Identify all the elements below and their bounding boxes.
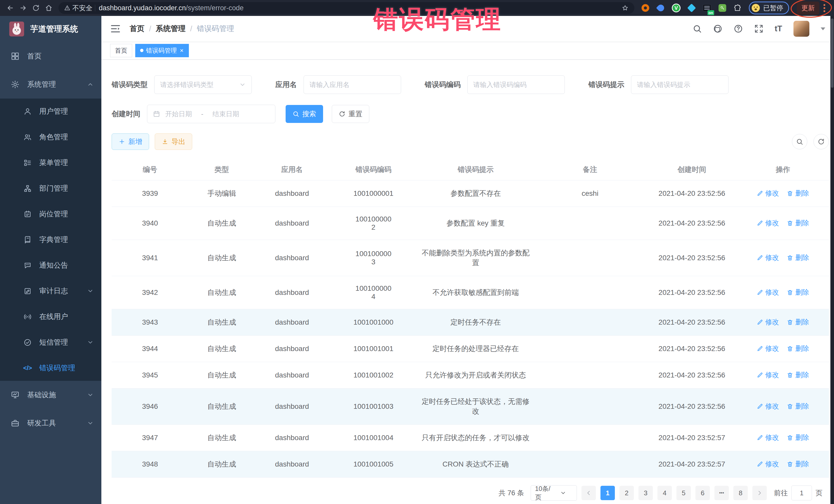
sidebar-item-label: 错误码管理 (39, 363, 75, 373)
extension-drop-icon[interactable] (656, 3, 666, 13)
scrollbar-thumb[interactable] (831, 19, 833, 88)
tag-home[interactable]: 首页 (110, 44, 132, 57)
sidebar-item[interactable]: 角色管理 (0, 124, 101, 150)
cell-hint: CRON 表达式不正确 (418, 451, 533, 478)
edit-link[interactable]: 修改 (757, 433, 779, 442)
font-size-icon[interactable]: tT (775, 24, 782, 34)
warning-icon[interactable] (63, 3, 72, 13)
sidebar-item[interactable]: 部门管理 (0, 176, 101, 201)
edit-link[interactable]: 修改 (757, 459, 779, 468)
delete-link[interactable]: 删除 (787, 344, 809, 353)
page-button[interactable]: 2 (619, 486, 634, 500)
table-row: 3939手动编辑dashboard1001000001参数配置不存在ceshi2… (112, 180, 829, 207)
sidebar-item[interactable]: 研发工具 (0, 409, 101, 437)
delete-link[interactable]: 删除 (787, 253, 809, 262)
sidebar-item[interactable]: 用户管理 (0, 98, 101, 124)
pager-ellipsis[interactable]: ••• (715, 486, 729, 500)
browser-back-icon[interactable] (5, 2, 16, 14)
delete-link[interactable]: 删除 (787, 433, 809, 442)
edit-link[interactable]: 修改 (757, 288, 779, 297)
page-button[interactable]: 8 (733, 486, 748, 500)
extension-orange-icon[interactable] (640, 3, 651, 13)
next-page-button[interactable] (752, 486, 767, 500)
edit-link[interactable]: 修改 (757, 401, 779, 411)
app-logo[interactable]: 芋道管理系统 (0, 16, 101, 42)
edit-link[interactable]: 修改 (757, 344, 779, 353)
sidebar-item[interactable]: 短信管理 (0, 329, 101, 355)
search-button[interactable]: 搜索 (286, 105, 323, 123)
delete-link[interactable]: 删除 (787, 370, 809, 379)
bookmark-star-icon[interactable] (620, 3, 630, 13)
error-hint-input[interactable] (631, 75, 728, 94)
page-size-select[interactable]: 10条/页 (531, 485, 577, 501)
goto-page-input[interactable] (791, 485, 812, 500)
sidebar-item[interactable]: 基础设施 (0, 381, 101, 409)
breadcrumb-home[interactable]: 首页 (130, 24, 145, 34)
sidebar-item[interactable]: 通知公告 (0, 253, 101, 278)
app-name-input[interactable] (304, 75, 401, 94)
goto-unit: 页 (815, 488, 822, 498)
browser-forward-icon[interactable] (18, 2, 29, 14)
toggle-search-button[interactable] (792, 134, 807, 149)
edit-link[interactable]: 修改 (757, 218, 779, 227)
extension-puzzle-icon[interactable] (733, 3, 743, 13)
page-button[interactable]: 5 (676, 486, 691, 500)
browser-profile-chip[interactable]: 已暂停 (749, 2, 789, 14)
cell-type: 自动生成 (188, 207, 255, 240)
sidebar-item[interactable]: 字典管理 (0, 227, 101, 253)
export-button[interactable]: 导出 (155, 133, 192, 150)
delete-link[interactable]: 删除 (787, 401, 809, 411)
prev-page-button[interactable] (581, 486, 596, 500)
edit-link[interactable]: 修改 (757, 317, 779, 327)
delete-link[interactable]: 删除 (787, 288, 809, 297)
sidebar-item[interactable]: 系统管理 (0, 70, 101, 98)
page-button[interactable]: 6 (696, 486, 710, 500)
address-bar[interactable]: 不安全 dashboard.yudao.iocoder.cn/system/er… (59, 2, 634, 14)
sidebar-item[interactable]: </>错误码管理 (0, 355, 101, 381)
fullscreen-icon[interactable] (754, 24, 764, 34)
help-icon[interactable] (734, 24, 743, 34)
delete-link[interactable]: 删除 (787, 459, 809, 468)
sidebar-item[interactable]: 首页 (0, 42, 101, 70)
edit-link[interactable]: 修改 (757, 253, 779, 262)
date-range-picker[interactable]: 开始日期 - 结束日期 (147, 105, 275, 123)
extension-key-icon[interactable] (717, 3, 727, 13)
extension-list-icon[interactable]: on (702, 3, 712, 13)
avatar[interactable] (793, 21, 809, 37)
hamburger-icon[interactable] (110, 23, 121, 34)
trash-icon (787, 461, 793, 467)
sidebar-item-label: 首页 (27, 51, 42, 61)
error-code-input[interactable] (467, 75, 565, 94)
edit-link[interactable]: 修改 (757, 370, 779, 379)
close-icon[interactable]: × (179, 47, 184, 54)
edit-link[interactable]: 修改 (757, 189, 779, 198)
tags-view: 首页 错误码管理 × (101, 42, 834, 60)
sidebar-item[interactable]: 审计日志 (0, 278, 101, 304)
page-button[interactable]: 1 (600, 486, 615, 500)
extension-green-check-icon[interactable]: V (671, 3, 681, 13)
browser-menu-icon[interactable] (823, 4, 826, 13)
delete-link[interactable]: 删除 (787, 189, 809, 198)
browser-reload-icon[interactable] (30, 2, 42, 14)
breadcrumb-system[interactable]: 系统管理 (156, 24, 185, 34)
error-type-select[interactable]: 请选择错误码类型 (154, 75, 252, 94)
sidebar-item[interactable]: 岗位管理 (0, 201, 101, 227)
page-button[interactable]: 4 (657, 486, 672, 500)
tag-error-code[interactable]: 错误码管理 × (135, 44, 189, 57)
sidebar-item[interactable]: 菜单管理 (0, 150, 101, 176)
extension-diamond-icon[interactable] (686, 3, 697, 13)
delete-link[interactable]: 删除 (787, 317, 809, 327)
add-button[interactable]: 新增 (112, 133, 149, 150)
delete-link[interactable]: 删除 (787, 218, 809, 227)
refresh-table-button[interactable] (813, 134, 829, 149)
reset-button[interactable]: 重置 (332, 105, 369, 123)
browser-home-icon[interactable] (43, 2, 54, 14)
github-icon[interactable] (713, 24, 722, 34)
chevron-down-icon[interactable] (821, 27, 825, 30)
search-icon[interactable] (693, 24, 702, 34)
page-scrollbar[interactable] (830, 16, 834, 504)
page-button[interactable]: 3 (638, 486, 653, 500)
sidebar-item[interactable]: 在线用户 (0, 304, 101, 329)
sidebar-item-label: 短信管理 (39, 337, 68, 347)
update-button[interactable]: 更新 (797, 2, 819, 15)
